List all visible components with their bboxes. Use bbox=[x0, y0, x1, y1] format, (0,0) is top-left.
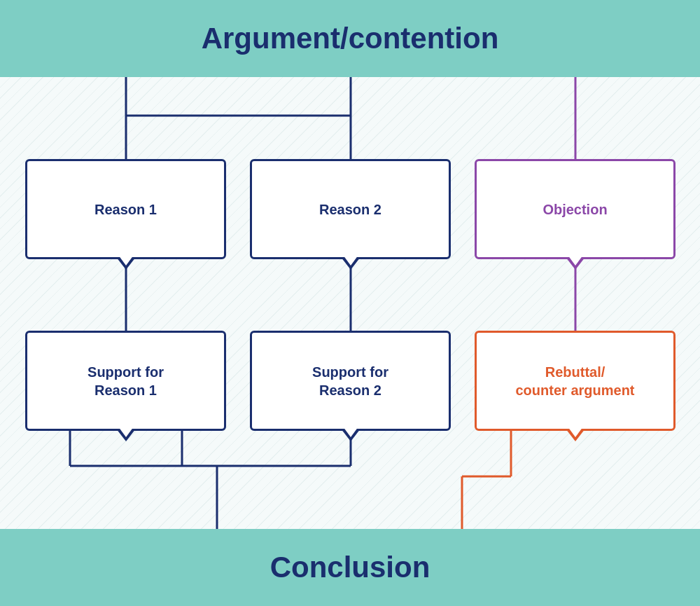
support2-label: Support forReason 2 bbox=[312, 363, 388, 399]
reason1-box: Reason 1 bbox=[25, 159, 226, 259]
main-container: Argument/contention bbox=[0, 0, 700, 606]
objection-box: Objection bbox=[475, 159, 676, 259]
footer-title: Conclusion bbox=[270, 551, 430, 584]
objection-label: Objection bbox=[542, 200, 607, 219]
rebuttal-box: Rebuttal/counter argument bbox=[475, 331, 676, 431]
support1-box: Support forReason 1 bbox=[25, 331, 226, 431]
content-area: Reason 1 Reason 2 Objection Support forR… bbox=[0, 77, 700, 529]
rebuttal-label: Rebuttal/counter argument bbox=[515, 363, 634, 399]
support2-box: Support forReason 2 bbox=[250, 331, 451, 431]
reason1-label: Reason 1 bbox=[94, 200, 157, 219]
header-title: Argument/contention bbox=[202, 22, 499, 55]
connector-lines bbox=[0, 77, 700, 529]
support1-label: Support forReason 1 bbox=[88, 363, 164, 399]
header-band: Argument/contention bbox=[0, 0, 700, 77]
reason2-label: Reason 2 bbox=[319, 200, 382, 219]
footer-band: Conclusion bbox=[0, 529, 700, 606]
reason2-box: Reason 2 bbox=[250, 159, 451, 259]
